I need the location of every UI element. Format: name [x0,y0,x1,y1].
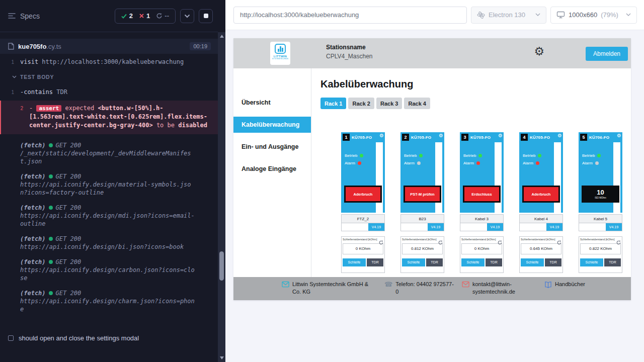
failed-stat: 1 [139,12,150,20]
assert-expected-state: disabled [178,122,207,129]
tdr-button[interactable]: TDR [367,258,383,266]
schleife-button[interactable]: Schleife [461,258,485,266]
book-icon [544,281,552,288]
card-buttons: Schleife TDR [461,258,502,266]
sidebar-item-ein-und-ausgaenge[interactable]: Ein- und Ausgänge [233,139,311,155]
command-row-assert-failed[interactable]: 2 - assert expected <button.w-[50%].h-[1… [0,101,218,134]
status-display: Erdschluss [463,186,501,203]
tdr-button[interactable]: TDR [604,258,621,266]
xhr-log-entry[interactable]: (fetch)GET 200 https://api.iconify.desig… [0,289,218,313]
xhr-log-entry[interactable]: (fetch)GET 200 /_next/static/development… [0,141,218,165]
tab-rack-1[interactable]: Rack 1 [320,98,346,109]
scroll-up-icon[interactable] [220,35,224,38]
refresh-icon[interactable] [498,238,502,247]
reporter-scrollbar[interactable] [218,0,225,362]
footer-email-text: kontakt@littwin-systemtechnik.de [472,281,537,296]
fetch-status: GET 200 [56,258,82,266]
device-card: 3 KÜ705-FO ⚙ Betrieb Alarm Erdschluss Ka… [460,132,504,273]
command-row-contains[interactable]: 1 -contains TDR [0,87,218,98]
xhr-log-entry[interactable]: (fetch)GET 200 https://api.iconify.desig… [0,204,218,228]
refresh-icon[interactable] [438,238,443,247]
fetch-status: GET 200 [56,289,82,297]
schleife-button[interactable]: Schleife [580,258,603,266]
specs-label: Specs [20,12,40,20]
fetch-label: (fetch) [20,172,46,180]
test-stats[interactable]: 2 1 -- [115,9,176,24]
tdr-button[interactable]: TDR [545,258,561,266]
resistance-value: 0 KOhm [343,243,383,254]
device-gear-icon[interactable]: ⚙ [498,133,503,138]
url-input[interactable]: http://localhost:3000/kabelueberwachung [233,7,467,24]
refresh-icon[interactable] [379,238,383,247]
reporter-header: Specs 2 1 -- [0,0,218,32]
card-buttons: Schleife TDR [402,258,443,266]
measurement-box: Schleifenwiderstand [kOhm] 0.645 KOhm Sc… [519,236,563,273]
fetch-label: (fetch) [20,235,46,243]
command-row-visit[interactable]: 1 visit http://localhost:3000/kabelueber… [0,57,218,67]
sidebar-item-uebersicht[interactable]: Übersicht [233,95,311,111]
schleife-button[interactable]: Schleife [343,258,366,266]
resistance-label: Schleifenwiderstand [kOhm] [402,238,443,241]
xhr-log-entry[interactable]: (fetch)GET 200 https://api.iconify.desig… [0,235,218,251]
alarm-label: Alarm [404,161,415,165]
card-buttons: Schleife TDR [343,258,383,266]
fetch-status: GET 200 [56,204,82,212]
resistance-value: 0.645 KOhm [521,243,561,254]
tab-rack-2[interactable]: Rack 2 [348,98,374,109]
betrieb-label: Betrieb [345,153,357,158]
scrollbar-track[interactable] [218,32,225,362]
tab-rack-4[interactable]: Rack 4 [404,98,430,109]
xhr-log-entry[interactable]: (fetch)GET 200 https://api.iconify.desig… [0,172,218,197]
version-row: V4.19 [400,223,444,231]
passed-count: 2 [129,12,133,20]
refresh-icon[interactable] [557,238,561,247]
device-gear-icon[interactable]: ⚙ [379,133,384,138]
betrieb-led [478,154,482,157]
app-footer: Littwin Systemtechnik GmbH & Co. KG ☎ Te… [233,277,631,300]
betrieb-label: Betrieb [463,153,476,158]
betrieb-led-row: Betrieb [582,153,601,158]
xhr-log-entry[interactable]: (fetch)GET 200 https://api.iconify.desig… [0,258,218,282]
status-dot-icon [49,143,53,147]
schleife-button[interactable]: Schleife [521,258,544,266]
alarm-led-row: Alarm [463,161,480,165]
footer-manuals-link[interactable]: Handbücher [544,281,585,288]
device-number: 5 [580,134,587,141]
browser-selector[interactable]: Electron 130 [471,7,546,24]
stop-button[interactable] [199,9,213,23]
spec-name: kue705fo [18,43,46,50]
refresh-icon[interactable] [616,238,621,247]
spec-file-row[interactable]: kue705fo.cy.ts 00:19 [0,39,218,54]
stop-icon [204,14,208,18]
logout-button[interactable]: Abmelden [586,47,628,61]
chevron-down-icon [184,14,190,18]
tdr-button[interactable]: TDR [426,258,443,266]
betrieb-led [419,154,423,157]
specs-button[interactable]: Specs [8,12,40,20]
footer-phone: ☎ Telefon: 04402 972577-0 [384,281,455,296]
scrollbar-thumb[interactable] [219,251,224,281]
tab-rack-3[interactable]: Rack 3 [376,98,402,109]
refresh-icon [156,13,162,19]
device-model: KÜ705-FO [470,135,491,140]
device-gear-icon[interactable]: ⚙ [617,133,621,138]
scroll-down-icon[interactable] [220,356,224,359]
tdr-button[interactable]: TDR [486,258,502,266]
viewport-selector[interactable]: 1000x660 (79%) [550,7,637,24]
sidebar-item-kabelueberwachung[interactable]: Kabelüberwachung [233,117,311,133]
device-gear-icon[interactable]: ⚙ [557,133,562,138]
iso-unit: ISO MOhm [595,197,606,199]
pending-test-row[interactable]: should open and close the settings modal [0,330,218,346]
fetch-label: (fetch) [20,141,46,149]
browser-name: Electron 130 [489,11,525,19]
settings-gear-icon[interactable]: ⚙ [534,46,544,57]
schleife-button[interactable]: Schleife [402,258,425,266]
device-panel: 3 KÜ705-FO ⚙ Betrieb Alarm Erdschluss [460,132,504,213]
page-title: Kabelüberwachung [320,78,631,90]
sidebar-item-analoge-eingaenge[interactable]: Analoge Eingänge [233,161,311,177]
device-gear-icon[interactable]: ⚙ [439,133,443,138]
device-panel: 2 KÜ705-FO ⚙ Betrieb Alarm PST-M prüfen [400,132,444,213]
test-body-header[interactable]: TEST BODY [0,67,218,84]
collapse-button[interactable] [180,9,194,23]
footer-email[interactable]: kontakt@littwin-systemtechnik.de [462,281,537,296]
